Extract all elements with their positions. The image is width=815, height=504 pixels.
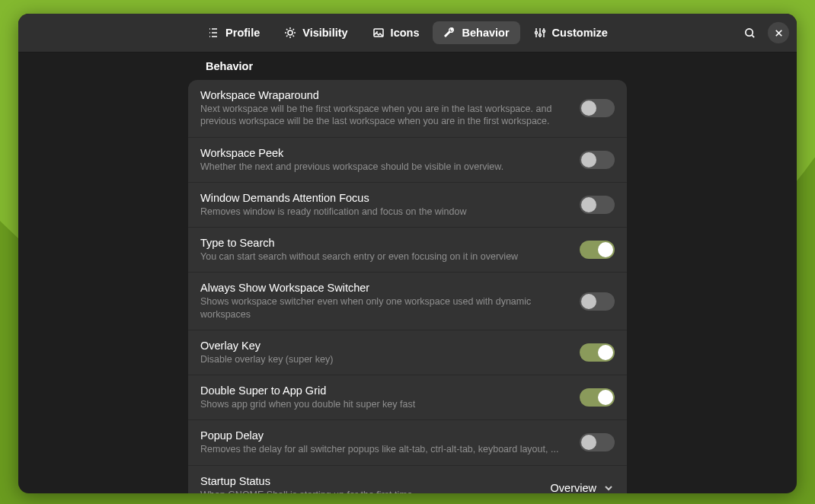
tab-behavior[interactable]: Behavior bbox=[433, 21, 519, 44]
search-button[interactable] bbox=[739, 22, 760, 43]
row-title: Workspace Wraparound bbox=[200, 89, 564, 101]
chevron-down-icon bbox=[604, 483, 613, 493]
tab-label: Customize bbox=[552, 27, 608, 39]
toggle-workspace-wraparound[interactable] bbox=[580, 99, 615, 117]
dropdown-label: Overview bbox=[551, 482, 596, 493]
row-desc: Shows app grid when you double hit super… bbox=[200, 398, 564, 410]
sun-icon bbox=[284, 27, 296, 39]
row-workspace-peek: Workspace Peek Whether the next and prev… bbox=[188, 138, 627, 183]
row-always-show-workspace-switcher: Always Show Workspace Switcher Shows wor… bbox=[188, 273, 627, 330]
content-area: Behavior Workspace Wraparound Next works… bbox=[18, 53, 797, 493]
svg-point-4 bbox=[539, 34, 541, 37]
tab-icons[interactable]: Icons bbox=[362, 21, 430, 44]
tab-bar: Profile Visibility Icons Behavior Custom… bbox=[197, 21, 618, 44]
settings-window: Profile Visibility Icons Behavior Custom… bbox=[18, 14, 797, 493]
list-icon bbox=[207, 27, 219, 39]
svg-point-3 bbox=[535, 32, 537, 34]
row-desc: You can start search without search entr… bbox=[200, 250, 564, 263]
tab-customize[interactable]: Customize bbox=[523, 21, 618, 44]
header-bar: Profile Visibility Icons Behavior Custom… bbox=[18, 14, 797, 53]
row-desc: Removes the delay for all switcher popup… bbox=[200, 443, 564, 455]
search-icon bbox=[744, 27, 756, 39]
svg-point-0 bbox=[288, 30, 292, 35]
row-window-demands-attention: Window Demands Attention Focus Removes w… bbox=[188, 183, 627, 228]
row-desc: When GNOME Shell is starting up for the … bbox=[200, 489, 535, 494]
toggle-popup-delay[interactable] bbox=[580, 433, 615, 451]
row-overlay-key: Overlay Key Disable overlay key (super k… bbox=[188, 330, 627, 375]
row-popup-delay: Popup Delay Removes the delay for all sw… bbox=[188, 420, 627, 465]
toggle-window-demands-attention[interactable] bbox=[580, 196, 615, 214]
toggle-workspace-peek[interactable] bbox=[580, 151, 615, 169]
row-title: Overlay Key bbox=[200, 340, 564, 352]
row-workspace-wraparound: Workspace Wraparound Next workspace will… bbox=[188, 80, 627, 138]
toggle-always-show-workspace-switcher[interactable] bbox=[580, 292, 615, 311]
row-title: Workspace Peek bbox=[200, 147, 564, 159]
svg-point-5 bbox=[542, 30, 545, 33]
image-icon bbox=[372, 27, 385, 39]
tab-profile[interactable]: Profile bbox=[197, 21, 270, 44]
tab-label: Icons bbox=[391, 27, 420, 39]
row-title: Popup Delay bbox=[200, 429, 564, 442]
row-title: Window Demands Attention Focus bbox=[200, 192, 564, 204]
sliders-icon bbox=[534, 27, 546, 39]
toggle-double-super[interactable] bbox=[580, 388, 615, 407]
tab-visibility[interactable]: Visibility bbox=[273, 21, 358, 44]
row-double-super: Double Super to App Grid Shows app grid … bbox=[188, 375, 627, 420]
row-title: Type to Search bbox=[200, 237, 564, 249]
svg-point-6 bbox=[745, 28, 752, 35]
row-desc: Removes window is ready notification and… bbox=[200, 206, 564, 218]
tab-label: Visibility bbox=[302, 27, 347, 39]
tab-label: Profile bbox=[225, 27, 260, 39]
row-title: Double Super to App Grid bbox=[200, 384, 564, 397]
close-icon bbox=[773, 27, 785, 39]
toggle-overlay-key[interactable] bbox=[580, 343, 615, 362]
row-desc: Next workspace will be the first workspa… bbox=[200, 103, 564, 128]
tab-label: Behavior bbox=[462, 27, 509, 39]
section-title: Behavior bbox=[206, 60, 797, 72]
row-desc: Whether the next and previous workspace … bbox=[200, 161, 564, 173]
toggle-type-to-search[interactable] bbox=[580, 241, 615, 259]
close-button[interactable] bbox=[768, 22, 789, 43]
row-desc: Disable overlay key (super key) bbox=[200, 353, 564, 365]
row-desc: Shows workspace switcher even when only … bbox=[200, 295, 564, 321]
wrench-icon bbox=[443, 27, 455, 39]
startup-status-dropdown[interactable]: Overview bbox=[551, 482, 615, 493]
row-startup-status: Startup Status When GNOME Shell is start… bbox=[188, 466, 627, 494]
row-title: Startup Status bbox=[200, 475, 535, 487]
row-title: Always Show Workspace Switcher bbox=[200, 282, 564, 294]
settings-list: Workspace Wraparound Next workspace will… bbox=[188, 80, 627, 493]
row-type-to-search: Type to Search You can start search with… bbox=[188, 228, 627, 273]
